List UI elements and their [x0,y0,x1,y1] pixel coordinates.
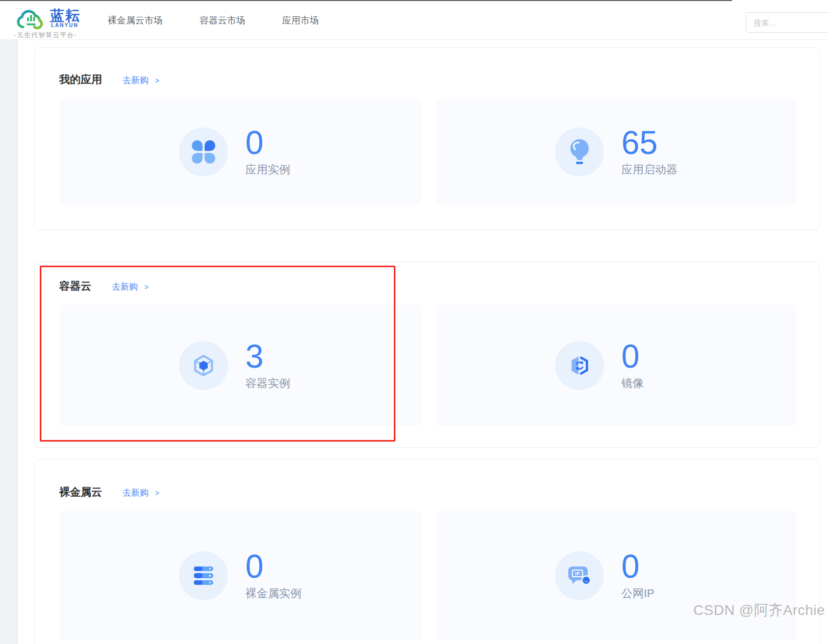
images-icon [567,353,592,378]
search-input[interactable] [746,12,828,33]
stat-value: 0 [621,340,678,373]
chevron-right-icon[interactable]: > [155,76,159,85]
stat-value: 0 [245,126,302,159]
buy-new-link[interactable]: 去新购 [112,281,138,293]
icon-circle [179,127,228,176]
cloud-logo-icon [14,7,48,32]
stat-value: 0 [245,550,302,583]
stat-label: 镜像 [621,376,678,391]
app-instances-icon [192,140,215,164]
card-header: 裸金属云 去新购 > [59,485,159,499]
app-launcher-icon [570,139,589,164]
dashboard-page: 蓝耘 LANYUN -元生代智算云平台- 裸金属云市场 容器云市场 应用市场 我… [0,0,828,644]
stat-tile-public-ip: IP → 0 公网IP [436,511,796,640]
main-nav: 裸金属云市场 容器云市场 应用市场 [108,1,319,40]
card-title: 我的应用 [59,72,102,87]
public-ip-icon: IP → [567,565,592,586]
container-instances-icon [191,353,216,378]
bare-metal-instances-icon [194,566,213,585]
nav-item-bare-metal-market[interactable]: 裸金属云市场 [108,14,163,27]
nav-item-container-market[interactable]: 容器云市场 [199,14,245,27]
left-gutter [0,40,18,644]
ip-icon-text: IP [572,570,583,577]
card-title: 容器云 [59,279,91,293]
stat-label: 应用实例 [245,162,302,177]
arrow-right-icon: → [581,575,591,585]
top-navbar: 蓝耘 LANYUN -元生代智算云平台- 裸金属云市场 容器云市场 应用市场 [0,1,828,40]
stat-tile-container-instances: 3 容器实例 [59,305,421,426]
lanyun-logo[interactable]: 蓝耘 LANYUN -元生代智算云平台- [13,4,100,40]
buy-new-link[interactable]: 去新购 [122,487,148,499]
card-title: 裸金属云 [59,485,102,499]
icon-circle [179,551,228,600]
stat-label: 应用启动器 [621,162,678,177]
stat-label: 裸金属实例 [245,586,302,601]
container-cloud-card: 容器云 去新购 > 3 容器实例 [34,262,820,448]
card-header: 我的应用 去新购 > [59,72,159,87]
icon-circle [555,341,604,390]
buy-new-link[interactable]: 去新购 [122,74,148,86]
stat-value: 3 [245,340,302,373]
watermark-text: CSDN @阿齐Archie [693,601,825,620]
card-header: 容器云 去新购 > [59,279,148,293]
my-apps-card: 我的应用 去新购 > 0 应用实例 65 应用启动器 [34,47,820,230]
stat-tile-images: 0 镜像 [436,305,796,426]
stat-label: 公网IP [621,586,678,601]
chevron-right-icon[interactable]: > [155,489,159,497]
stat-value: 65 [621,126,678,159]
icon-circle: IP → [555,551,604,600]
logo-latin: LANYUN [51,22,79,28]
stat-label: 容器实例 [245,376,302,391]
logo-subtitle: -元生代智算云平台- [14,31,77,40]
icon-circle [179,341,228,390]
icon-circle [555,127,604,176]
stat-tile-bare-metal-instances: 0 裸金属实例 [59,511,421,640]
stat-tile-app-instances: 0 应用实例 [59,99,421,204]
chevron-right-icon[interactable]: > [144,283,148,291]
stat-value: 0 [621,550,678,583]
nav-item-app-market[interactable]: 应用市场 [282,14,319,27]
stat-tile-app-launchers: 65 应用启动器 [436,99,796,204]
